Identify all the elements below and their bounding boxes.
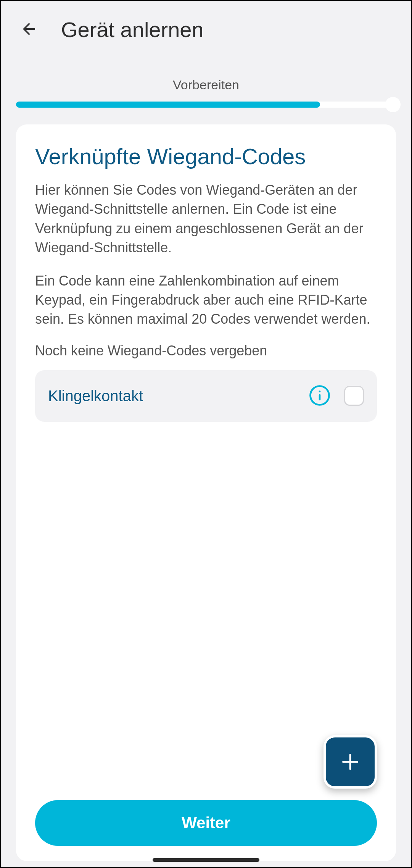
list-item-label: Klingelkontakt [48, 387, 309, 405]
list-item-actions [309, 385, 364, 407]
arrow-left-icon [20, 20, 38, 38]
progress-fill [16, 102, 320, 108]
continue-button[interactable]: Weiter [35, 800, 377, 846]
content-card: Verknüpfte Wiegand-Codes Hier können Sie… [16, 124, 396, 861]
add-button[interactable] [323, 735, 377, 789]
back-button[interactable] [16, 16, 42, 43]
info-button[interactable] [309, 385, 330, 407]
plus-icon [340, 751, 361, 773]
description-2: Ein Code kann eine Zahlenkombination auf… [35, 271, 377, 329]
home-indicator [153, 858, 259, 862]
list-item[interactable]: Klingelkontakt [35, 370, 377, 422]
header-bar: Gerät anlernen [1, 1, 411, 55]
progress-bar [16, 100, 396, 109]
empty-state-text: Noch keine Wiegand-Codes vergeben [35, 343, 377, 359]
checkbox[interactable] [344, 386, 364, 406]
svg-rect-2 [319, 390, 321, 392]
wizard-step-label: Vorbereiten [1, 77, 411, 92]
progress-knob [385, 97, 401, 112]
page-title: Gerät anlernen [61, 17, 204, 42]
svg-rect-1 [319, 394, 321, 400]
card-title: Verknüpfte Wiegand-Codes [35, 144, 377, 169]
info-icon [309, 385, 330, 406]
description-1: Hier können Sie Codes von Wiegand-Geräte… [35, 181, 377, 258]
